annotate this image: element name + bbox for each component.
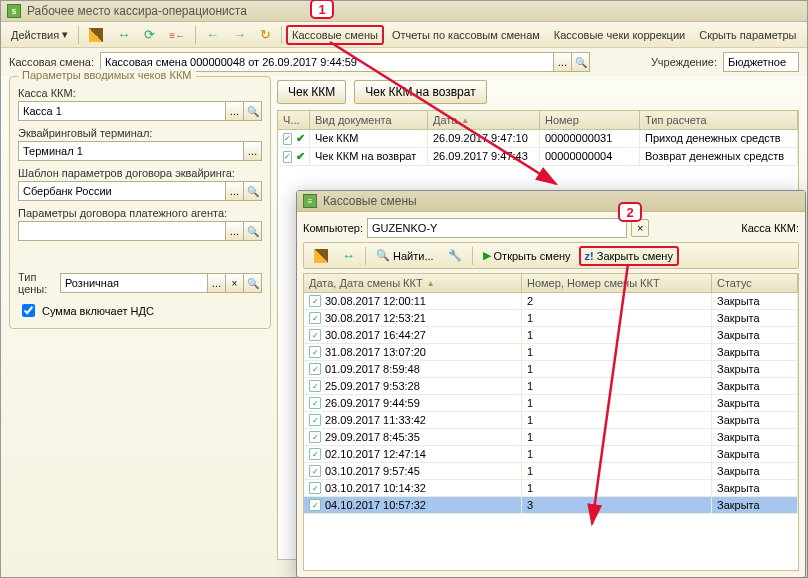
org-field[interactable]: [724, 53, 808, 71]
search-icon[interactable]: 🔍: [571, 53, 589, 71]
params-legend: Параметры вводимых чеков ККМ: [18, 69, 196, 81]
cell-shift-status: Закрыта: [712, 361, 798, 377]
close-shift-button[interactable]: z!Закрыть смену: [579, 246, 679, 266]
ellipsis-icon[interactable]: …: [225, 222, 243, 240]
tmpl-field[interactable]: [19, 182, 225, 200]
ellipsis-icon[interactable]: …: [225, 102, 243, 120]
cell-num: 00000000031: [540, 130, 640, 147]
table-row[interactable]: 30.08.2017 12:53:211Закрыта: [304, 310, 798, 327]
popup-kkm-label: Касса ККМ:: [741, 222, 799, 234]
vat-check-input[interactable]: [22, 304, 35, 317]
computer-input[interactable]: [367, 218, 627, 238]
col-date[interactable]: Дата▲: [428, 111, 540, 129]
table-row[interactable]: 03.10.2017 10:14:321Закрыта: [304, 480, 798, 497]
doc-posted-icon: [309, 448, 321, 460]
left-panel: Параметры вводимых чеков ККМ Касса ККМ: …: [9, 76, 271, 560]
cell-kind: Чек ККМ на возврат: [310, 148, 428, 165]
col-shift-status[interactable]: Статус: [712, 274, 798, 292]
cell-shift-status: Закрыта: [712, 344, 798, 360]
table-row[interactable]: ✔Чек ККМ на возврат26.09.2017 9:47:43000…: [278, 148, 798, 166]
tab-correction-checks[interactable]: Кассовые чеки коррекции: [548, 26, 691, 44]
table-row[interactable]: 31.08.2017 13:07:201Закрыта: [304, 344, 798, 361]
table-row[interactable]: 26.09.2017 9:44:591Закрыта: [304, 395, 798, 412]
org-label: Учреждение:: [651, 56, 717, 68]
clear-icon[interactable]: ×: [225, 274, 243, 292]
acq-field[interactable]: [19, 142, 243, 160]
cell-shift-num: 1: [522, 463, 712, 479]
table-row[interactable]: 03.10.2017 9:57:451Закрыта: [304, 463, 798, 480]
refresh-icon[interactable]: [138, 24, 161, 45]
acq-input[interactable]: …: [18, 141, 262, 161]
forward-icon[interactable]: [227, 24, 252, 45]
table-row[interactable]: 30.08.2017 16:44:271Закрыта: [304, 327, 798, 344]
cell-shift-date: 03.10.2017 10:14:32: [304, 480, 522, 496]
cell-date: 26.09.2017 9:47:43: [428, 148, 540, 165]
search-icon[interactable]: 🔍: [243, 222, 261, 240]
col-shift-date[interactable]: Дата, Дата смены ККТ▲: [304, 274, 522, 292]
check-kkm-return-button[interactable]: Чек ККМ на возврат: [354, 80, 486, 104]
search-icon[interactable]: 🔍: [243, 182, 261, 200]
ellipsis-icon[interactable]: …: [553, 53, 571, 71]
col-ch[interactable]: Ч...: [278, 111, 310, 129]
table-row[interactable]: 28.09.2017 11:33:421Закрыта: [304, 412, 798, 429]
search-icon[interactable]: 🔍: [243, 274, 261, 292]
swap-icon[interactable]: [336, 245, 361, 266]
check-icon: ✔: [296, 132, 305, 145]
agent-field[interactable]: [19, 222, 225, 240]
table-row[interactable]: 25.09.2017 9:53:281Закрыта: [304, 378, 798, 395]
swap-icon[interactable]: [111, 24, 136, 45]
cell-shift-date: 04.10.2017 10:57:32: [304, 497, 522, 513]
table-row[interactable]: 01.09.2017 8:59:481Закрыта: [304, 361, 798, 378]
cell-shift-num: 1: [522, 378, 712, 394]
check-icon: ✔: [296, 150, 305, 163]
actions-menu[interactable]: Действия ▾: [5, 25, 74, 44]
col-shift-num[interactable]: Номер, Номер смены ККТ: [522, 274, 712, 292]
check-kkm-button[interactable]: Чек ККМ: [277, 80, 346, 104]
edit-icon[interactable]: [308, 246, 334, 266]
vat-checkbox[interactable]: Сумма включает НДС: [18, 301, 262, 320]
wrench-icon[interactable]: [442, 246, 468, 265]
search-icon[interactable]: 🔍: [243, 102, 261, 120]
table-row[interactable]: 02.10.2017 12:47:141Закрыта: [304, 446, 798, 463]
open-shift-button[interactable]: Открыть смену: [477, 246, 577, 265]
tab-hide-params[interactable]: Скрыть параметры: [693, 26, 802, 44]
org-input[interactable]: [723, 52, 799, 72]
kkm-field[interactable]: [19, 102, 225, 120]
doc-posted-icon: [309, 380, 321, 392]
tab-cash-shifts[interactable]: Кассовые смены: [286, 25, 384, 45]
tab-cash-reports[interactable]: Отчеты по кассовым сменам: [386, 26, 546, 44]
cell-shift-status: Закрыта: [712, 293, 798, 309]
price-field[interactable]: [61, 274, 207, 292]
back-icon[interactable]: [200, 24, 225, 45]
kkm-input[interactable]: … 🔍: [18, 101, 262, 121]
cell-shift-status: Закрыта: [712, 310, 798, 326]
acq-label: Эквайринговый терминал:: [18, 127, 262, 139]
col-type[interactable]: Тип расчета: [640, 111, 798, 129]
col-num[interactable]: Номер: [540, 111, 640, 129]
steps-icon[interactable]: [163, 26, 191, 44]
agent-input[interactable]: … 🔍: [18, 221, 262, 241]
shifts-grid[interactable]: Дата, Дата смены ККТ▲ Номер, Номер смены…: [303, 273, 799, 571]
cell-shift-date: 30.08.2017 16:44:27: [304, 327, 522, 343]
tmpl-input[interactable]: … 🔍: [18, 181, 262, 201]
col-kind[interactable]: Вид документа: [310, 111, 428, 129]
ellipsis-icon[interactable]: …: [207, 274, 225, 292]
price-input[interactable]: … × 🔍: [60, 273, 262, 293]
table-row[interactable]: 04.10.2017 10:57:323Закрыта: [304, 497, 798, 514]
doc-posted-icon: [309, 397, 321, 409]
doc-posted-icon: [283, 151, 292, 163]
ellipsis-icon[interactable]: …: [243, 142, 261, 160]
edit-icon[interactable]: [83, 25, 109, 45]
computer-field[interactable]: [368, 219, 626, 237]
cell-shift-date: 28.09.2017 11:33:42: [304, 412, 522, 428]
find-button[interactable]: Найти...: [370, 246, 440, 265]
cell-shift-status: Закрыта: [712, 395, 798, 411]
table-row[interactable]: 30.08.2017 12:00:112Закрыта: [304, 293, 798, 310]
table-row[interactable]: ✔Чек ККМ26.09.2017 9:47:1000000000031При…: [278, 130, 798, 148]
ellipsis-icon[interactable]: …: [225, 182, 243, 200]
reload-icon[interactable]: [254, 24, 277, 45]
cell-shift-date: 30.08.2017 12:53:21: [304, 310, 522, 326]
doc-posted-icon: [309, 312, 321, 324]
table-row[interactable]: 29.09.2017 8:45:351Закрыта: [304, 429, 798, 446]
cash-shift-label: Кассовая смена:: [9, 56, 94, 68]
